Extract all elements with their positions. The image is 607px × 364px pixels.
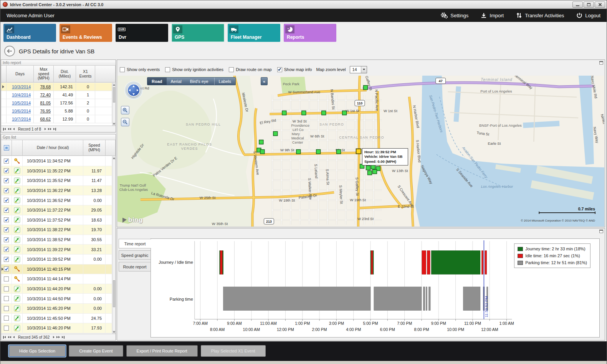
collapse-toolbar-button[interactable]: «: [261, 77, 268, 85]
maximize-panel-icon[interactable]: [599, 61, 603, 65]
row-checkbox[interactable]: [4, 296, 9, 301]
map-filter-checkbox[interactable]: Show only ignition activities: [165, 67, 223, 72]
transfer-activities-button[interactable]: Transfer Activities: [516, 12, 564, 18]
first-record-button[interactable]: [3, 336, 6, 339]
map-filter-checkbox[interactable]: Show only events: [120, 67, 160, 72]
info-report-scrollbar[interactable]: [112, 83, 116, 126]
report-tab[interactable]: Route report: [119, 262, 151, 271]
col-days[interactable]: Days: [7, 66, 34, 83]
row-checkbox[interactable]: [4, 276, 9, 281]
scroll-thumb[interactable]: [113, 280, 115, 307]
row-checkbox[interactable]: [4, 286, 9, 291]
gps-marker[interactable]: [363, 86, 367, 90]
gps-marker[interactable]: [367, 171, 372, 175]
footer-action-button[interactable]: Create Gps Event: [69, 345, 123, 357]
settings-button[interactable]: Settings: [440, 12, 468, 19]
close-button[interactable]: [595, 2, 605, 8]
row-checkbox[interactable]: [4, 159, 9, 164]
gps-list-row[interactable]: 10/3/2014 11:35:22 PM 11.97: [1, 166, 112, 176]
gps-list-row[interactable]: 10/3/2014 11:44:20 PM 0.00: [1, 284, 112, 294]
gps-list-row[interactable]: 10/3/2014 11:44:14 PM: [1, 274, 112, 284]
scroll-thumb[interactable]: [113, 87, 115, 103]
logout-button[interactable]: Logout: [576, 12, 600, 18]
scroll-down-icon[interactable]: [112, 330, 116, 334]
nav-tab[interactable]: Fleet Manager: [228, 24, 280, 42]
gps-marker[interactable]: [296, 150, 301, 154]
gps-marker[interactable]: [260, 150, 265, 154]
gps-marker[interactable]: [302, 111, 306, 115]
max-speed-link[interactable]: 78.68: [40, 84, 51, 89]
gps-marker[interactable]: [366, 166, 370, 170]
gps-marker[interactable]: [372, 170, 377, 174]
map-type-button[interactable]: Labels: [214, 78, 235, 85]
next-record-button[interactable]: [45, 128, 46, 130]
max-speed-link[interactable]: 68.62: [40, 117, 51, 121]
gps-marker[interactable]: [322, 111, 326, 115]
info-report-row[interactable]: 10/5/2014 81.05 172.56 2: [1, 99, 112, 107]
gps-list-row[interactable]: 10/3/2014 11:37:52 PM 18.63: [1, 215, 112, 225]
day-link[interactable]: 10/6/2014: [12, 109, 31, 113]
gps-list-row[interactable]: 10/3/2014 11:37:22 PM 29.05: [1, 205, 112, 215]
info-report-row[interactable]: 10/7/2014 68.62 12.99 0: [1, 115, 112, 123]
day-link[interactable]: 10/3/2014: [12, 84, 31, 89]
row-checkbox[interactable]: [4, 168, 9, 173]
prev-record-button[interactable]: [13, 336, 15, 338]
row-checkbox[interactable]: [4, 198, 9, 203]
next-page-button[interactable]: [56, 336, 60, 338]
scroll-down-icon[interactable]: [112, 122, 116, 126]
nav-tab[interactable]: GPS: [172, 24, 224, 42]
gps-list-row[interactable]: 10/3/2014 11:34:52 PM: [1, 156, 112, 166]
gps-marker[interactable]: [259, 140, 263, 144]
day-link[interactable]: 10/5/2014: [12, 101, 31, 105]
select-all-checkbox[interactable]: [4, 145, 9, 151]
maximize-button[interactable]: [584, 2, 594, 8]
zoom-out-button[interactable]: [121, 118, 129, 126]
gps-list-row[interactable]: 10/3/2014 11:39:22 PM 33.21: [1, 245, 112, 255]
map-compass-control[interactable]: [124, 81, 143, 99]
row-checkbox[interactable]: [4, 247, 9, 252]
max-speed-link[interactable]: 76.95: [40, 109, 51, 113]
gps-list-row[interactable]: 10/3/2014 11:46:20 PM 17.93: [1, 323, 112, 333]
row-checkbox[interactable]: [4, 188, 9, 193]
scroll-up-icon[interactable]: [112, 83, 116, 86]
report-tab[interactable]: Time report: [119, 239, 151, 248]
gps-marker[interactable]: [371, 165, 375, 169]
gps-list-row[interactable]: 10/3/2014 11:45:50 PM 24.75: [1, 314, 112, 324]
row-checkbox[interactable]: [4, 237, 9, 242]
map-type-button[interactable]: Bird's eye: [186, 78, 213, 85]
gps-list-row[interactable]: 10/3/2014 11:35:52 PM 11.47: [1, 176, 112, 186]
last-record-button[interactable]: [62, 336, 65, 339]
map-filter-checkbox[interactable]: Show map info: [277, 67, 312, 72]
nav-tab[interactable]: Dashboard: [3, 24, 56, 42]
row-checkbox[interactable]: [4, 266, 9, 271]
nav-tab[interactable]: DVR Dvr: [116, 24, 168, 42]
gps-marker[interactable]: [337, 150, 341, 154]
row-checkbox[interactable]: [4, 227, 9, 232]
map-canvas[interactable]: Crest RdW Summerland AveW 1st StW 1st St…: [117, 76, 604, 227]
gps-list-row[interactable]: 10/3/2014 11:38:22 PM 19.70: [1, 225, 112, 235]
gps-marker[interactable]: [342, 111, 347, 115]
prev-page-button[interactable]: [8, 336, 11, 338]
footer-action-button[interactable]: Play Selected X1 Event: [201, 345, 266, 357]
gps-list-row[interactable]: 10/3/2014 11:36:52 PM 0.00: [1, 195, 112, 205]
gps-marker[interactable]: [282, 111, 286, 115]
gps-list-row[interactable]: 10/3/2014 11:40:15 PM: [1, 265, 112, 275]
map-type-button[interactable]: Road: [147, 78, 167, 85]
scroll-up-icon[interactable]: [112, 156, 116, 160]
map-filter-checkbox[interactable]: Draw route on map: [229, 67, 272, 72]
gps-list-row[interactable]: 10/3/2014 11:36:22 PM 13.28: [1, 186, 112, 196]
map-type-button[interactable]: Aerial: [167, 78, 186, 85]
row-checkbox[interactable]: [4, 316, 9, 321]
gps-list-row[interactable]: 10/3/2014 11:45:20 PM 0.00: [1, 304, 112, 314]
back-button[interactable]: [4, 46, 15, 56]
day-link[interactable]: 10/7/2014: [12, 117, 31, 121]
row-checkbox[interactable]: [4, 257, 9, 262]
zoom-in-button[interactable]: [121, 106, 129, 114]
last-record-button[interactable]: [53, 128, 56, 131]
first-record-button[interactable]: [3, 128, 6, 131]
minimize-button[interactable]: [572, 2, 583, 8]
gps-list-row[interactable]: 10/3/2014 11:39:52 PM 0.00: [1, 255, 112, 265]
zoom-level-select[interactable]: 14: [350, 66, 367, 73]
col-datetime[interactable]: Date / hour (local): [23, 140, 83, 156]
info-report-row[interactable]: 10/6/2014 76.95 5.88 0: [1, 107, 112, 115]
